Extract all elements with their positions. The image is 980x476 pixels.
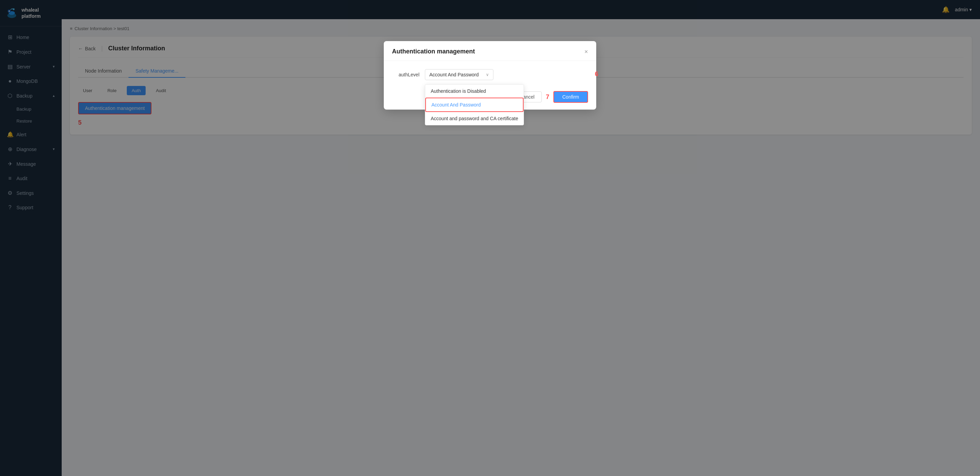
dropdown-item-account-ca[interactable]: Account and password and CA certificate <box>425 112 523 125</box>
modal-header: Authentication management × <box>384 41 596 61</box>
main-area: 🔔 admin ▾ ≡ Cluster Information > test01… <box>62 0 980 476</box>
authentication-modal: Authentication management × authLevel Ac… <box>384 41 596 109</box>
confirm-wrapper: 7 Confirm <box>546 91 588 103</box>
dropdown-item-disabled[interactable]: Authentication is Disabled <box>425 84 523 98</box>
step-7-badge: 7 <box>546 94 549 101</box>
form-control-wrap: Account And Password ∨ Authentication is… <box>425 69 588 80</box>
confirm-button[interactable]: Confirm <box>554 91 588 103</box>
auth-level-select[interactable]: Account And Password ∨ <box>425 69 493 80</box>
modal-close-button[interactable]: × <box>584 49 588 55</box>
close-icon: × <box>584 48 588 55</box>
dropdown-item-account-password[interactable]: Account And Password <box>425 98 523 112</box>
select-value: Account And Password <box>430 72 479 78</box>
auth-level-dropdown: Authentication is Disabled Account And P… <box>425 84 524 125</box>
modal-body: authLevel Account And Password ∨ Authent… <box>384 61 596 87</box>
modal-title: Authentication management <box>392 48 475 55</box>
page-content: ≡ Cluster Information > test01 ← Back | … <box>62 19 980 476</box>
auth-level-label: authLevel <box>392 69 419 78</box>
modal-overlay: Authentication management × authLevel Ac… <box>62 19 980 476</box>
step-6-badge: 6 <box>595 71 598 78</box>
auth-level-row: authLevel Account And Password ∨ Authent… <box>392 69 588 80</box>
select-arrow-icon: ∨ <box>486 72 489 77</box>
